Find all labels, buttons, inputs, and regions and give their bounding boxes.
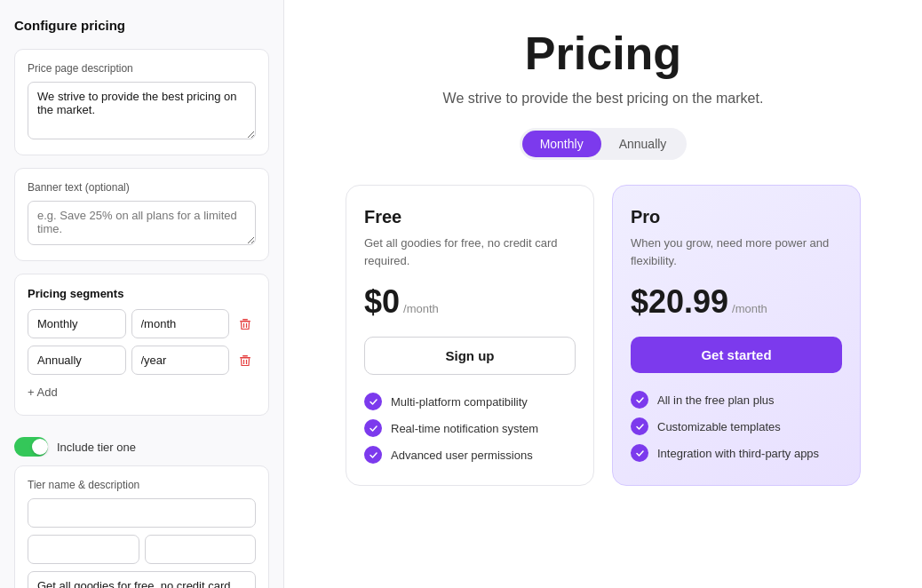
check-icon: [364, 419, 382, 437]
feature-text: Advanced user permissions: [391, 449, 533, 462]
cards-container: Free Get all goodies for free, no credit…: [346, 185, 861, 486]
check-icon: [631, 417, 648, 435]
pro-plan-button[interactable]: Get started: [631, 337, 842, 373]
trash-icon-2: [238, 354, 252, 368]
right-panel: Pricing We strive to provide the best pr…: [284, 0, 922, 588]
preview-subtitle: We strive to provide the best pricing on…: [443, 91, 764, 107]
free-plan-price: $0 /month: [364, 283, 576, 321]
segment-row-annually: [28, 346, 256, 375]
feature-text: Customizable templates: [657, 420, 781, 433]
check-icon: [364, 393, 382, 410]
free-features-list: Multi-platform compatibility Real-time n…: [364, 393, 576, 464]
free-plan-card: Free Get all goodies for free, no credit…: [346, 185, 594, 486]
preview-title: Pricing: [525, 27, 681, 80]
free-price-period: /month: [403, 302, 439, 315]
toggle-row: Include tier one: [14, 428, 269, 465]
pro-price-period: /month: [732, 302, 767, 315]
free-plan-name: Free: [364, 207, 576, 227]
tab-monthly[interactable]: Monthly: [522, 131, 601, 157]
delete-annually-button[interactable]: [234, 350, 256, 371]
description-label: Price page description: [28, 62, 256, 75]
tab-annually[interactable]: Annually: [601, 131, 685, 157]
tier-toggle[interactable]: [14, 437, 48, 457]
pro-plan-card: Pro When you grow, need more power and f…: [612, 185, 861, 486]
list-item: Multi-platform compatibility: [364, 393, 576, 410]
pro-plan-name: Pro: [631, 207, 842, 227]
svg-rect-4: [240, 357, 250, 359]
free-plan-button[interactable]: Sign up: [364, 337, 576, 375]
feature-text: Integration with third-party apps: [657, 447, 819, 460]
pro-features-list: All in the free plan plus Customizable t…: [631, 391, 842, 462]
feature-text: Multi-platform compatibility: [391, 395, 528, 409]
feature-text: Real-time notification system: [391, 422, 538, 435]
pro-price-amount: $20.99: [631, 283, 728, 321]
check-icon: [631, 391, 648, 409]
list-item: Advanced user permissions: [364, 446, 576, 464]
tier-action-input[interactable]: Sign up: [28, 535, 139, 564]
segment-row-monthly: [28, 309, 256, 338]
segments-label: Pricing segments: [28, 287, 256, 300]
page-title: Configure pricing: [14, 18, 269, 33]
left-panel: Configure pricing Price page description…: [0, 0, 284, 588]
trash-icon: [238, 317, 252, 331]
feature-text: All in the free plan plus: [657, 393, 775, 407]
banner-label: Banner text (optional): [28, 181, 256, 194]
tier-name-input[interactable]: Free: [28, 498, 256, 528]
pro-plan-description: When you grow, need more power and flexi…: [631, 234, 842, 269]
free-plan-description: Get all goodies for free, no credit card…: [364, 234, 576, 269]
check-icon: [631, 444, 648, 462]
banner-textarea[interactable]: [28, 201, 256, 245]
list-item: Customizable templates: [631, 417, 842, 435]
billing-toggle: Monthly Annually: [520, 128, 688, 160]
segment-name-annually[interactable]: [28, 346, 126, 375]
list-item: Real-time notification system: [364, 419, 576, 437]
delete-monthly-button[interactable]: [234, 314, 256, 335]
tier-action-row: Sign up /subscribe: [28, 535, 256, 564]
list-item: All in the free plan plus: [631, 391, 842, 409]
description-textarea[interactable]: We strive to provide the best pricing on…: [28, 82, 256, 139]
svg-rect-1: [242, 319, 248, 321]
toggle-label: Include tier one: [57, 441, 136, 454]
tier-section: Tier name & description Free Sign up /su…: [14, 465, 269, 588]
list-item: Integration with third-party apps: [631, 444, 842, 462]
free-price-amount: $0: [364, 283, 400, 321]
banner-section: Banner text (optional): [14, 168, 269, 261]
segment-name-monthly[interactable]: [28, 309, 126, 338]
tier-label: Tier name & description: [28, 479, 256, 491]
tier-action-suffix-input[interactable]: /subscribe: [145, 535, 257, 564]
description-section: Price page description We strive to prov…: [14, 49, 269, 155]
svg-rect-5: [242, 355, 248, 357]
segments-section: Pricing segments: [14, 274, 269, 416]
pro-plan-price: $20.99 /month: [631, 283, 842, 321]
add-segment-button[interactable]: + Add: [28, 382, 58, 402]
segment-suffix-monthly[interactable]: [131, 309, 230, 338]
svg-rect-0: [240, 321, 250, 322]
segment-suffix-annually[interactable]: [131, 346, 230, 375]
tier-description-textarea[interactable]: Get all goodies for free, no credit card…: [28, 571, 256, 588]
toggle-slider: [14, 437, 48, 457]
check-icon: [364, 446, 382, 464]
